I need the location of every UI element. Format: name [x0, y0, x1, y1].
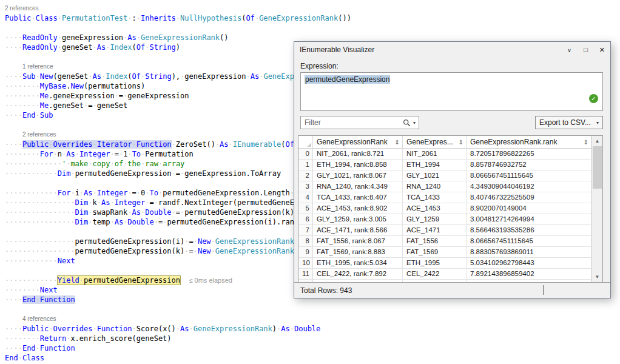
table-cell[interactable]: 8.066567451115645: [467, 236, 591, 247]
column-header[interactable]: GeneExpressionRank.rank⇕: [467, 136, 591, 148]
vertical-scrollbar[interactable]: ▲ ▼: [591, 136, 602, 282]
select-all-corner[interactable]: [298, 136, 313, 148]
table-cell[interactable]: GLY_1021, rank:8.067: [313, 170, 403, 181]
table-cell[interactable]: ACE_1471, rank:8.566: [313, 225, 403, 236]
sort-icon[interactable]: ⇕: [459, 139, 463, 146]
table-cell[interactable]: 8.566463193535286: [467, 225, 591, 236]
table-cell[interactable]: 7.892143896859402: [467, 269, 591, 280]
table-row[interactable]: 2GLY_1021, rank:8.067GLY_10218.066567451…: [298, 170, 591, 181]
filter-input[interactable]: Filter ▾: [300, 116, 419, 129]
table-row[interactable]: 5ACE_1453, rank:8.902ACE_14538.902007014…: [298, 203, 591, 214]
window-menu-button[interactable]: ∨: [561, 42, 578, 58]
row-index-cell[interactable]: 5: [298, 203, 313, 214]
table-cell[interactable]: GLY_1021: [403, 170, 467, 181]
code-line[interactable]: Public·Class·PermutationTest·:·Inherits·…: [5, 13, 391, 23]
export-dropdown-icon[interactable]: ▾: [596, 120, 599, 126]
row-index-cell[interactable]: 9: [298, 247, 313, 258]
table-cell[interactable]: ETH_1995: [403, 258, 467, 269]
row-index-cell[interactable]: 7: [298, 225, 313, 236]
table-cell[interactable]: CEL_2422: [403, 269, 467, 280]
dialog-title: IEnumerable Visualizer: [300, 46, 374, 54]
table-cell[interactable]: FAT_1569: [403, 247, 467, 258]
ienumerable-visualizer-window: IEnumerable Visualizer ∨ □ × Expression:…: [294, 41, 611, 298]
row-index-cell[interactable]: 11: [298, 269, 313, 280]
table-cell[interactable]: 8.8578746932752: [467, 160, 591, 170]
table-cell[interactable]: FAT_1556: [403, 236, 467, 247]
window-maximize-button[interactable]: □: [578, 42, 594, 58]
table-cell[interactable]: 8.883057693869011: [467, 247, 591, 258]
table-cell[interactable]: 8.066567451115645: [467, 170, 591, 181]
code-line[interactable]: [5, 305, 391, 314]
code-line[interactable]: ····End·Function: [5, 343, 391, 353]
column-header[interactable]: GeneExpres...⇕: [403, 136, 467, 148]
scroll-down-icon[interactable]: ▼: [592, 272, 602, 282]
table-row[interactable]: 3RNA_1240, rank:4.349RNA_12404.349309044…: [298, 181, 591, 192]
table-cell[interactable]: ACE_1453: [403, 203, 467, 214]
table-cell[interactable]: ETH_1995, rank:5.034: [313, 258, 403, 269]
table-cell[interactable]: ETH_1994, rank:8.858: [313, 160, 403, 170]
dialog-titlebar[interactable]: IEnumerable Visualizer ∨ □ ×: [294, 42, 610, 58]
table-row[interactable]: 0NIT_2061, rank:8.721NIT_20618.720517896…: [298, 149, 591, 160]
table-cell[interactable]: 8.9020070149004: [467, 203, 591, 214]
table-cell[interactable]: GLY_1259: [403, 214, 467, 225]
table-cell[interactable]: ACE_1471: [403, 225, 467, 236]
table-row[interactable]: 4TCA_1433, rank:8.407TCA_14338.407467322…: [298, 192, 591, 203]
total-rows-label: Total Rows: 943: [300, 286, 352, 295]
table-row[interactable]: 11CEL_2422, rank:7.892CEL_24227.89214389…: [298, 269, 591, 280]
code-line[interactable]: End·Class: [5, 353, 391, 363]
table-cell[interactable]: 4.349309044046192: [467, 181, 591, 192]
expression-input[interactable]: permutedGeneExpression ✓: [300, 72, 603, 111]
row-index-cell[interactable]: 3: [298, 181, 313, 192]
table-row[interactable]: 1ETH_1994, rank:8.858ETH_19948.857874693…: [298, 160, 591, 170]
table-cell[interactable]: FAT_1569, rank:8.883: [313, 247, 403, 258]
table-cell[interactable]: RNA_1240: [403, 181, 467, 192]
table-row[interactable]: 8FAT_1556, rank:8.067FAT_15568.066567451…: [298, 236, 591, 247]
row-index-cell[interactable]: 2: [298, 170, 313, 181]
export-csv-button[interactable]: Export to CSV... ▾: [535, 116, 603, 129]
chevron-down-icon: ∨: [567, 47, 571, 53]
code-line[interactable]: ····Public·Overrides·Function·Score(x()·…: [5, 324, 391, 334]
row-index-cell[interactable]: 1: [298, 160, 313, 170]
code-line[interactable]: [5, 23, 391, 33]
scrollbar-thumb[interactable]: [593, 146, 602, 189]
close-icon: ×: [599, 44, 605, 55]
table-cell[interactable]: FAT_1556, rank:8.067: [313, 236, 403, 247]
table-cell[interactable]: 5.034102962798443: [467, 258, 591, 269]
table-cell[interactable]: 8.720517896822265: [467, 149, 591, 160]
row-index-cell[interactable]: 8: [298, 236, 313, 247]
export-csv-label: Export to CSV...: [539, 118, 591, 127]
codelens-references[interactable]: 4 references: [5, 314, 391, 324]
table-cell[interactable]: GLY_1259, rank:3.005: [313, 214, 403, 225]
codelens-references[interactable]: 2 references: [5, 4, 391, 13]
filter-dropdown-icon[interactable]: ▾: [413, 120, 416, 126]
row-index-cell[interactable]: 6: [298, 214, 313, 225]
table-header: GeneExpressionRank⇕GeneExpres...⇕GeneExp…: [298, 136, 591, 149]
table-cell[interactable]: CEL_2422, rank:7.892: [313, 269, 403, 280]
table-row[interactable]: 9FAT_1569, rank:8.883FAT_15698.883057693…: [298, 247, 591, 258]
row-index-cell[interactable]: 10: [298, 258, 313, 269]
table-row[interactable]: 7ACE_1471, rank:8.566ACE_14718.566463193…: [298, 225, 591, 236]
column-header-label: GeneExpressionRank.rank: [470, 138, 557, 146]
window-close-button[interactable]: ×: [594, 42, 610, 58]
column-header[interactable]: GeneExpressionRank⇕: [313, 136, 403, 148]
table-cell[interactable]: 8.407467322525509: [467, 192, 591, 203]
search-icon: [403, 119, 411, 127]
table-cell[interactable]: NIT_2061: [403, 149, 467, 160]
table-cell[interactable]: RNA_1240, rank:4.349: [313, 181, 403, 192]
table-row[interactable]: 6GLY_1259, rank:3.005GLY_12593.004812714…: [298, 214, 591, 225]
row-index-cell[interactable]: 4: [298, 192, 313, 203]
table-cell[interactable]: TCA_1433, rank:8.407: [313, 192, 403, 203]
scroll-up-icon[interactable]: ▲: [592, 136, 602, 146]
code-line[interactable]: ········Return·x.enrich_score(geneSet): [5, 334, 391, 343]
table-row[interactable]: 10ETH_1995, rank:5.034ETH_19955.03410296…: [298, 258, 591, 269]
row-index-cell[interactable]: 0: [298, 149, 313, 160]
sort-icon[interactable]: ⇕: [395, 139, 400, 146]
table-cell[interactable]: ETH_1994: [403, 160, 467, 170]
table-cell[interactable]: ACE_1453, rank:8.902: [313, 203, 403, 214]
table-cell[interactable]: TCA_1433: [403, 192, 467, 203]
table-cell[interactable]: 3.004812714264994: [467, 214, 591, 225]
expression-value: permutedGeneExpression: [305, 75, 390, 84]
table-cell[interactable]: NIT_2061, rank:8.721: [313, 149, 403, 160]
status-divider: [543, 285, 544, 295]
sort-icon[interactable]: ⇕: [584, 139, 588, 146]
